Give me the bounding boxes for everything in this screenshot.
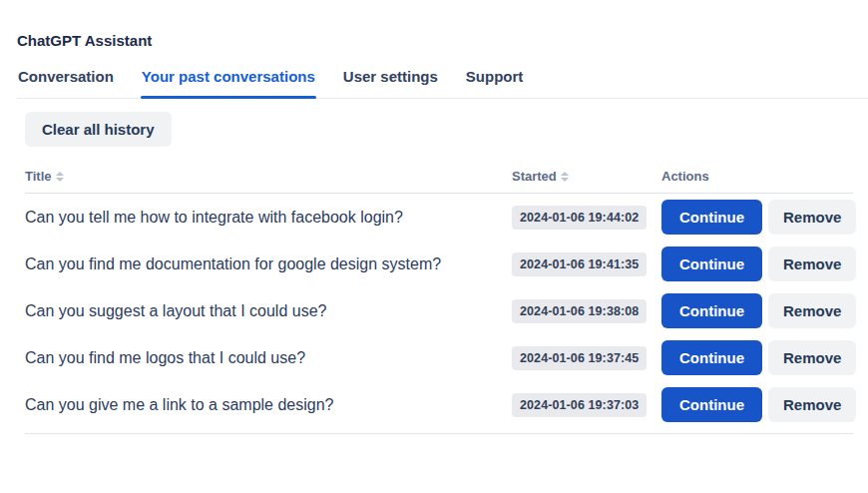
conversation-title: Can you find me logos that I could use?	[25, 349, 512, 367]
continue-button[interactable]: Continue	[661, 246, 762, 281]
tab-support[interactable]: Support	[465, 68, 525, 98]
sort-desc-arrow-icon	[561, 178, 569, 182]
started-timestamp-badge: 2024-01-06 19:44:02	[512, 206, 647, 230]
remove-button[interactable]: Remove	[768, 200, 856, 235]
conversation-title: Can you tell me how to integrate with fa…	[25, 209, 512, 227]
started-cell: 2024-01-06 19:41:35	[512, 252, 661, 276]
column-header-label: Title	[25, 169, 52, 184]
actions-cell: Continue Remove	[661, 387, 853, 422]
tab-label: User settings	[343, 68, 438, 85]
sort-asc-arrow-icon	[56, 172, 64, 176]
actions-cell: Continue Remove	[661, 293, 853, 328]
sort-desc-arrow-icon	[56, 178, 64, 182]
conversation-title: Can you suggest a layout that I could us…	[25, 302, 512, 320]
started-cell: 2024-01-06 19:38:08	[512, 299, 661, 323]
tab-label: Your past conversations	[142, 68, 315, 85]
table-row: Can you find me logos that I could use? …	[25, 334, 853, 381]
column-header-label: Actions	[661, 169, 709, 184]
tab-label: Support	[466, 68, 524, 85]
continue-button[interactable]: Continue	[661, 387, 762, 422]
continue-button[interactable]: Continue	[661, 293, 762, 328]
table-row: Can you find me documentation for google…	[25, 241, 853, 287]
continue-button[interactable]: Continue	[661, 340, 762, 375]
tab-panel-past-conversations: Clear all history Title Started Actions	[0, 99, 868, 434]
tab-your-past-conversations[interactable]: Your past conversations	[141, 68, 316, 98]
clear-all-history-button[interactable]: Clear all history	[25, 112, 172, 147]
table-body: Can you tell me how to integrate with fa…	[25, 194, 853, 434]
started-timestamp-badge: 2024-01-06 19:38:08	[512, 299, 647, 323]
table-row: Can you give me a link to a sample desig…	[25, 381, 853, 428]
table-row: Can you suggest a layout that I could us…	[25, 287, 853, 334]
started-cell: 2024-01-06 19:37:45	[512, 346, 661, 370]
column-header-actions: Actions	[661, 169, 853, 184]
tab-label: Conversation	[18, 68, 114, 85]
remove-button[interactable]: Remove	[768, 387, 856, 422]
table-header-row: Title Started Actions	[25, 169, 853, 194]
started-cell: 2024-01-06 19:37:03	[512, 393, 661, 417]
remove-button[interactable]: Remove	[768, 246, 856, 281]
actions-cell: Continue Remove	[661, 200, 853, 235]
remove-button[interactable]: Remove	[768, 293, 856, 328]
past-conversations-page: ChatGPT Assistant Conversation Your past…	[0, 32, 868, 493]
column-header-started: Started	[512, 169, 661, 184]
conversations-table: Title Started Actions	[25, 169, 853, 434]
started-timestamp-badge: 2024-01-06 19:37:03	[512, 393, 647, 417]
column-header-title: Title	[25, 169, 512, 184]
continue-button[interactable]: Continue	[661, 200, 762, 235]
tab-user-settings[interactable]: User settings	[342, 68, 439, 98]
sort-asc-arrow-icon	[561, 172, 569, 176]
tab-bar: Conversation Your past conversations Use…	[17, 68, 868, 99]
sort-icon[interactable]	[561, 172, 569, 182]
started-timestamp-badge: 2024-01-06 19:37:45	[512, 346, 647, 370]
tab-conversation[interactable]: Conversation	[17, 68, 115, 98]
conversation-title: Can you give me a link to a sample desig…	[25, 396, 512, 414]
started-cell: 2024-01-06 19:44:02	[512, 206, 661, 230]
page-title: ChatGPT Assistant	[17, 32, 868, 49]
sort-icon[interactable]	[56, 172, 64, 182]
remove-button[interactable]: Remove	[768, 340, 856, 375]
column-header-label: Started	[512, 169, 557, 184]
actions-cell: Continue Remove	[661, 246, 853, 281]
table-row: Can you tell me how to integrate with fa…	[25, 194, 853, 241]
actions-cell: Continue Remove	[661, 340, 853, 375]
conversation-title: Can you find me documentation for google…	[25, 255, 512, 273]
started-timestamp-badge: 2024-01-06 19:41:35	[512, 252, 647, 276]
